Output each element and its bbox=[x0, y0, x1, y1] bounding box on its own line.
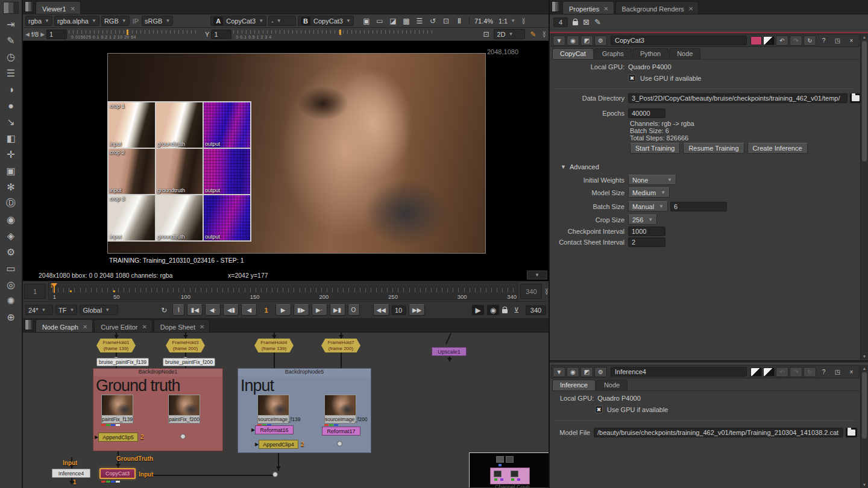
node-paintfix-f139[interactable]: paintFix_f139 bbox=[101, 395, 133, 426]
close-panel-icon[interactable]: × bbox=[845, 367, 858, 377]
zoom-ratio-dropdown[interactable]: 1:1▼ bbox=[495, 16, 518, 26]
node-name-field[interactable]: CopyCat3 bbox=[611, 36, 747, 45]
close-icon[interactable]: ✕ bbox=[688, 5, 693, 12]
overflow-chevrons-icon[interactable]: ∨∨ bbox=[542, 31, 546, 37]
color-icon[interactable]: ◑ bbox=[2, 81, 20, 98]
close-panel-icon[interactable]: × bbox=[845, 36, 858, 46]
node-framehold4[interactable]: FrameHold4 (frame 139) bbox=[254, 339, 294, 352]
deep-icon[interactable]: Ⓓ bbox=[2, 195, 20, 211]
tab-node-graph[interactable]: Node Graph✕ bbox=[36, 319, 93, 332]
paint-icon[interactable]: ✎ bbox=[527, 29, 539, 39]
node-framehold1[interactable]: FrameHold1 (frame 139) bbox=[96, 339, 136, 352]
batch-size-field[interactable]: 6 bbox=[670, 202, 727, 211]
range-start-field[interactable]: 1 bbox=[24, 284, 46, 299]
close-icon[interactable]: ✕ bbox=[83, 324, 87, 330]
frame-format-icon[interactable]: ▣ bbox=[360, 16, 373, 26]
views-dropdown[interactable]: TF▼ bbox=[55, 305, 77, 315]
inset-node-panel[interactable]: Channel Coun bbox=[469, 452, 549, 487]
float-panel-icon[interactable]: ◳ bbox=[831, 367, 844, 377]
tab-copycat[interactable]: CopyCat bbox=[552, 48, 594, 59]
first-frame-button[interactable]: ▮◀ bbox=[187, 304, 203, 316]
3d-icon[interactable]: ▣ bbox=[2, 163, 20, 179]
flipbook-icon[interactable]: ▶ bbox=[472, 305, 484, 315]
crop-size-dropdown[interactable]: 256▼ bbox=[628, 214, 657, 225]
revert-icon[interactable]: ↻ bbox=[804, 367, 816, 377]
skip-back-button[interactable]: ◀◀ bbox=[373, 304, 389, 316]
gain-slider-handle[interactable] bbox=[127, 30, 128, 35]
revert-icon[interactable]: ↻ bbox=[804, 36, 816, 46]
use-gpu-checkbox[interactable]: ✖ bbox=[595, 405, 603, 413]
gamma-field[interactable]: 1 bbox=[211, 30, 231, 39]
refresh-icon[interactable]: ↺ bbox=[427, 16, 439, 26]
redo-icon[interactable]: ↷ bbox=[790, 367, 802, 377]
batch-size-mode-dropdown[interactable]: Manual▼ bbox=[628, 201, 668, 211]
max-panels-field[interactable]: 4 bbox=[553, 17, 568, 27]
fstop-prev-icon[interactable]: ◀ bbox=[25, 31, 30, 37]
draw-icon[interactable]: ✎ bbox=[2, 33, 20, 49]
create-inference-button[interactable]: Create Inference bbox=[747, 143, 808, 154]
panel-grip[interactable] bbox=[25, 1, 33, 12]
help-icon[interactable]: ? bbox=[817, 36, 830, 46]
b-input-dropdown[interactable]: BCopyCat3▼ bbox=[298, 16, 354, 26]
wrench-icon[interactable]: ⚙ bbox=[594, 367, 607, 377]
dot-node[interactable] bbox=[180, 434, 186, 439]
fstop-label[interactable]: f/8 bbox=[31, 31, 39, 38]
node-reformat17[interactable]: Reformat17 bbox=[322, 427, 360, 436]
filter-icon[interactable]: ● bbox=[2, 98, 20, 114]
center-node-icon[interactable]: ◉ bbox=[567, 367, 579, 377]
checkpoint-interval-field[interactable]: 1000 bbox=[628, 227, 665, 236]
range-end-field[interactable]: 340 bbox=[520, 284, 542, 299]
node-color-swatch[interactable] bbox=[750, 36, 762, 45]
channel-icon[interactable]: ☰ bbox=[2, 65, 20, 81]
play-button[interactable]: ▶ bbox=[275, 304, 291, 316]
node-copycat3[interactable]: CopyCat3 bbox=[99, 468, 136, 479]
skip-forward-button[interactable]: ▶▶ bbox=[409, 304, 425, 316]
node-color-swatch[interactable] bbox=[750, 368, 762, 377]
tab-node[interactable]: Node bbox=[669, 48, 700, 59]
step-back-button[interactable]: ◀▮ bbox=[223, 304, 239, 316]
time-icon[interactable]: ◷ bbox=[2, 49, 20, 65]
wipe-mode-dropdown[interactable]: -▼ bbox=[268, 16, 296, 26]
view-mode-dropdown[interactable]: 2D▼ bbox=[494, 29, 525, 39]
transform-icon[interactable]: ✛ bbox=[2, 146, 20, 163]
gain-slider[interactable]: 0.015625 0.1 0.2 1 2 10 20 64 bbox=[69, 30, 198, 39]
pill-bruise-paintfix-f200[interactable]: bruise_paintFix_f200 bbox=[163, 358, 215, 366]
timeline-chevrons-icon[interactable]: ∨∨ bbox=[544, 289, 549, 295]
overflow-chevrons-icon[interactable]: ∨∨ bbox=[521, 18, 526, 24]
sparkles-icon[interactable]: ✺ bbox=[2, 293, 20, 309]
last-frame-button[interactable]: ▶▮ bbox=[330, 304, 345, 316]
panel-grip[interactable] bbox=[25, 319, 33, 330]
next-keyframe-button[interactable]: ▶· bbox=[312, 304, 327, 316]
tab-properties[interactable]: Properties✕ bbox=[562, 1, 614, 14]
layer-dropdown[interactable]: rgba▼ bbox=[25, 16, 52, 26]
node-appendclip4[interactable]: ▶ AppendClip4 bbox=[259, 440, 298, 449]
model-file-field[interactable]: /beauty/bruise/checkpoints/training_462_… bbox=[594, 428, 843, 437]
render-icon[interactable]: ⊻ bbox=[511, 305, 523, 315]
node-sourceimage-f200[interactable]: sourceImage_f200 bbox=[324, 395, 356, 426]
undo-icon[interactable]: ↶ bbox=[776, 36, 788, 46]
node-framehold7[interactable]: FrameHold7 (frame 200) bbox=[321, 339, 360, 352]
edit-icon[interactable]: ✎ bbox=[594, 17, 601, 27]
proxy-icon[interactable]: ⊡ bbox=[440, 16, 452, 26]
views-icon[interactable]: ◉ bbox=[2, 211, 20, 228]
scrollbar-thumb[interactable] bbox=[862, 372, 867, 439]
fps-dropdown[interactable]: 24*▼ bbox=[25, 305, 53, 315]
start-training-button[interactable]: Start Training bbox=[630, 143, 680, 154]
lock-panels-icon[interactable] bbox=[573, 21, 578, 25]
node-paintfix-f200[interactable]: paintFix_f200 bbox=[168, 395, 200, 424]
current-frame[interactable]: 1 bbox=[264, 307, 268, 314]
node-color-icon[interactable]: ◩ bbox=[580, 367, 593, 377]
node-framehold3[interactable]: FrameHold3 (frame 200) bbox=[166, 339, 205, 352]
channel-display-dropdown[interactable]: RGB▼ bbox=[101, 16, 130, 26]
float-panel-icon[interactable]: ◳ bbox=[831, 36, 844, 46]
input-process-toggle[interactable]: IP bbox=[131, 17, 140, 25]
lock-range-icon[interactable] bbox=[502, 309, 508, 313]
pill-bruise-paintfix-f139[interactable]: bruise_paintFix_f139 bbox=[96, 358, 149, 366]
node-appendclip5[interactable]: ▶ AppendClip5 bbox=[98, 433, 138, 442]
node-inference4[interactable]: Inference4 bbox=[52, 469, 90, 478]
dot-node[interactable] bbox=[337, 441, 342, 446]
colorspace-dropdown[interactable]: sRGB▼ bbox=[142, 16, 173, 26]
node-sourceimage-f139[interactable]: sourceImage_f139 bbox=[257, 395, 289, 426]
wrench-icon[interactable]: ⚙ bbox=[594, 36, 607, 46]
toolsets-icon[interactable]: ⚙ bbox=[2, 244, 20, 260]
